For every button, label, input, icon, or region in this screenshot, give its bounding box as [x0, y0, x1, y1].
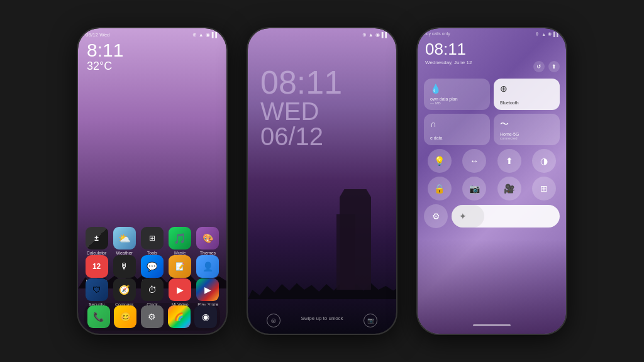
tile-wifi-label: Home-5G [500, 132, 553, 136]
phone-1-status-icons: ⊕ ▲ ◉ ▌▌ [192, 32, 219, 38]
tile-data-label: own data plan [430, 97, 484, 101]
control-row-1: 💧 own data plan — MB ⊕ Bluetooth [424, 79, 560, 110]
control-tile-data[interactable]: 💧 own data plan — MB [424, 79, 490, 110]
phone-1-screen: 06/12 Wed ⊕ ▲ ◉ ▌▌ 8:11 32°C ± Calculato… [78, 28, 226, 334]
bluetooth-icon: ⊕ [192, 32, 197, 38]
wifi-icon: ◉ [548, 31, 552, 36]
bluetooth-tile-icon: ⊕ [500, 84, 508, 94]
data-icon: 💧 [430, 84, 441, 94]
app-gallery[interactable]: 🌈 [167, 305, 191, 328]
signal-icon: ▲ [541, 32, 546, 36]
battery-icon: ▌▌ [382, 32, 389, 38]
control-row-2: ∩ e data 〜 Home-5G connected [424, 114, 560, 145]
phone-2-camera-front-icon[interactable]: 📷 [364, 314, 377, 327]
phone-2-bottom-icons: ◎ 📷 [267, 314, 377, 327]
video-button[interactable]: 🎥 [497, 177, 521, 200]
lock-button[interactable]: 🔒 [428, 177, 452, 200]
app-grid-row1: ± Calculator ⛅ Weather ⊞ Tools 🎵 Music 🎨… [84, 227, 220, 255]
control-tile-wifi[interactable]: 〜 Home-5G connected [494, 114, 560, 145]
phone-3-edit-icon[interactable]: ↺ [533, 61, 545, 72]
app-notes-icon: 📝 [169, 255, 191, 278]
phone-3-status-bar: ncy calls only 🎙 ▲ ◉ ▌▌ [424, 31, 560, 36]
app-weather[interactable]: ⛅ Weather [112, 227, 136, 255]
app-weather-icon: ⛅ [113, 227, 136, 250]
camera-button[interactable]: 📷 [462, 177, 486, 200]
phone-3-screen: ncy calls only 🎙 ▲ ◉ ▌▌ 08:11 Wednesday,… [418, 28, 566, 334]
app-settings-icon: ⚙ [141, 305, 164, 328]
app-tools-label: Tools [147, 251, 157, 255]
app-gallery-icon: 🌈 [168, 305, 191, 328]
phone-3-clock: 08:11 [425, 40, 472, 59]
brightness-row: ⚙ ✦ [424, 204, 560, 228]
bluetooth-icon: ⊕ [362, 32, 367, 38]
control-center-grid: 💧 own data plan — MB ⊕ Bluetooth [424, 79, 560, 232]
phone-2-status-icons: ⊕ ▲ ◉ ▌▌ [362, 32, 389, 38]
phone-2-day: WED [260, 99, 342, 124]
brightness-button[interactable]: 💡 [428, 149, 452, 173]
app-clock-icon: ⏱ [141, 278, 164, 301]
phone-3-top-icons: ↺ ⬆ [533, 61, 560, 72]
app-messages-icon: 💬 [141, 255, 164, 278]
app-music[interactable]: 🎵 Music [168, 227, 192, 255]
app-music-icon: 🎵 [169, 227, 191, 250]
app-calculator-label: Calculator [87, 251, 107, 255]
phone-2-building-short [336, 214, 355, 290]
app-security-icon: 🛡 [86, 278, 108, 301]
rotation-button[interactable]: ↔ [462, 149, 486, 173]
persistent-dock: 📞 😊 ⚙ 🌈 ◉ [84, 303, 220, 331]
expand-button[interactable]: ⊞ [532, 177, 556, 200]
phone-3-date: Wednesday, June 12 [425, 60, 472, 65]
contrast-button[interactable]: ◑ [532, 149, 556, 173]
phone-3-status-icons: 🎙 ▲ ◉ ▌▌ [535, 31, 560, 36]
signal-icon: ▲ [199, 32, 204, 38]
upload-button[interactable]: ⬆ [497, 149, 521, 173]
phone-1-temperature: 32°C [87, 60, 123, 73]
app-contacts-icon: 👤 [196, 255, 219, 278]
phone-3-share-icon[interactable]: ⬆ [548, 61, 560, 72]
app-themes-icon: 🎨 [196, 227, 219, 250]
app-settings[interactable]: ⚙ [140, 305, 164, 328]
phone-3: ncy calls only 🎙 ▲ ◉ ▌▌ 08:11 Wednesday,… [416, 27, 567, 335]
brightness-slider[interactable]: ✦ [452, 205, 560, 228]
app-compass-icon: 🧭 [113, 278, 136, 301]
phone-2-status-bar: ⊕ ▲ ◉ ▌▌ [255, 32, 389, 38]
mic-icon: 🎙 [535, 32, 540, 36]
phone-2-screen: ⊕ ▲ ◉ ▌▌ 08:11 WED 06/12 Swipe up to unl… [248, 28, 396, 334]
app-playstore-icon: ▶ [196, 278, 219, 301]
app-redmi-icon: 12 [86, 255, 108, 278]
app-tools-icon: ⊞ [141, 227, 164, 250]
app-calculator-icon: ± [86, 227, 108, 250]
tile-data-sub: — MB [430, 101, 484, 105]
wifi-tile-icon: 〜 [500, 119, 509, 130]
app-appvault[interactable]: ◉ [194, 305, 218, 328]
battery-icon: ▌▌ [553, 32, 560, 36]
battery-icon: ▌▌ [212, 32, 219, 38]
app-music-label: Music [174, 251, 186, 255]
signal-icon: ▲ [369, 32, 374, 38]
app-weather-label: Weather [116, 251, 133, 255]
app-chat-icon: 😊 [114, 305, 136, 328]
phone-2: ⊕ ▲ ◉ ▌▌ 08:11 WED 06/12 Swipe up to unl… [247, 27, 397, 335]
phone-3-time-area: 08:11 Wednesday, June 12 [425, 40, 472, 65]
app-phone[interactable]: 📞 [87, 305, 111, 328]
control-tile-bluetooth[interactable]: ⊕ Bluetooth [494, 79, 560, 110]
tile-wifi-sub: connected [500, 136, 553, 140]
app-chat[interactable]: 😊 [114, 305, 138, 328]
control-tile-edata[interactable]: ∩ e data [424, 114, 490, 145]
phone-1-date: 06/12 Wed [86, 32, 110, 38]
brightness-fill [452, 205, 484, 228]
app-phone-icon: 📞 [87, 305, 110, 328]
tile-edata-label: e data [430, 136, 484, 140]
phone-1: 06/12 Wed ⊕ ▲ ◉ ▌▌ 8:11 32°C ± Calculato… [77, 27, 228, 335]
app-calculator[interactable]: ± Calculator [84, 227, 109, 255]
app-appvault-icon: ◉ [194, 305, 217, 328]
edata-icon: ∩ [430, 119, 436, 129]
app-tools[interactable]: ⊞ Tools [140, 227, 164, 255]
app-themes[interactable]: 🎨 Themes [196, 227, 220, 255]
wifi-icon: ◉ [206, 32, 210, 38]
phone-2-time-widget: 08:11 WED 06/12 [260, 66, 342, 149]
phone-2-date: 06/12 [260, 124, 342, 149]
settings-gear-button[interactable]: ⚙ [424, 204, 448, 228]
phone-2-camera-icon[interactable]: ◎ [267, 314, 280, 327]
icon-btn-row-1: 💡 ↔ ⬆ ◑ [424, 149, 560, 173]
